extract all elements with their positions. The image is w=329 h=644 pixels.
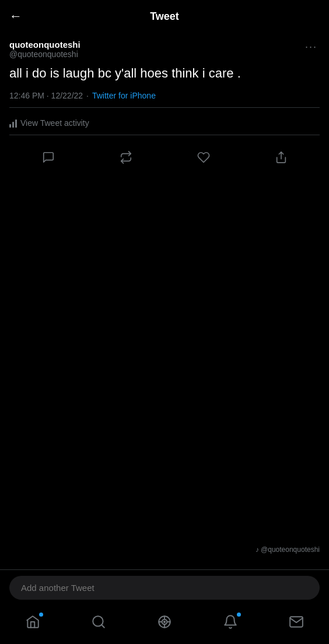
divider-top [9,107,320,108]
page-title: Tweet [150,10,179,23]
user-row: quoteonquoteshi @quoteonquoteshi ··· [9,40,320,59]
activity-bar-icon [9,118,17,128]
svg-point-5 [164,621,165,622]
share-button[interactable] [270,146,293,169]
user-display-name[interactable]: quoteonquoteshi [9,40,80,50]
tiktok-handle: @quoteonquoteshi [261,546,320,554]
home-notification-dot [39,613,43,617]
timestamp-row: 12:46 PM · 12/22/22 · Twitter for iPhone [9,91,320,100]
header: ← Tweet [0,0,329,33]
reply-input-row [0,570,329,606]
reply-icon [42,151,55,164]
tiktok-icon: ♪ [256,546,259,554]
action-row [9,141,320,178]
retweet-icon [120,151,132,164]
tweet-timestamp: 12:46 PM · 12/22/22 [9,91,83,100]
view-activity-label: View Tweet activity [20,118,89,128]
search-icon [91,614,106,629]
nav-home-button[interactable] [19,611,47,632]
divider-bottom [9,135,320,135]
like-icon [197,151,210,164]
spaces-icon [157,614,172,629]
tweet-text: all i do is laugh bc y'all hoes think i … [9,65,320,83]
nav-messages-button[interactable] [282,611,310,632]
bottom-bar [0,569,329,644]
reply-button[interactable] [37,146,60,169]
bell-icon [223,614,238,629]
tweet-source-link[interactable]: Twitter for iPhone [92,91,156,100]
notifications-dot [237,613,241,617]
tiktok-watermark: ♪ @quoteonquoteshi [256,546,320,554]
more-options-button[interactable]: ··· [303,40,320,54]
share-icon [275,151,288,164]
home-icon [25,614,40,629]
user-info: quoteonquoteshi @quoteonquoteshi [9,40,80,59]
nav-search-button[interactable] [85,611,113,632]
reply-input[interactable] [9,576,320,600]
nav-notifications-button[interactable] [216,611,244,632]
user-handle[interactable]: @quoteonquoteshi [9,50,80,59]
nav-bar [0,606,329,644]
separator-dot: · [86,91,89,100]
retweet-button[interactable] [114,146,138,169]
svg-line-2 [102,625,104,628]
nav-spaces-button[interactable] [150,611,178,632]
view-activity-button[interactable]: View Tweet activity [9,114,320,132]
mail-icon [289,614,304,629]
tweet-container: quoteonquoteshi @quoteonquoteshi ··· all… [0,33,329,178]
back-button[interactable]: ← [9,9,22,24]
like-button[interactable] [192,146,215,169]
